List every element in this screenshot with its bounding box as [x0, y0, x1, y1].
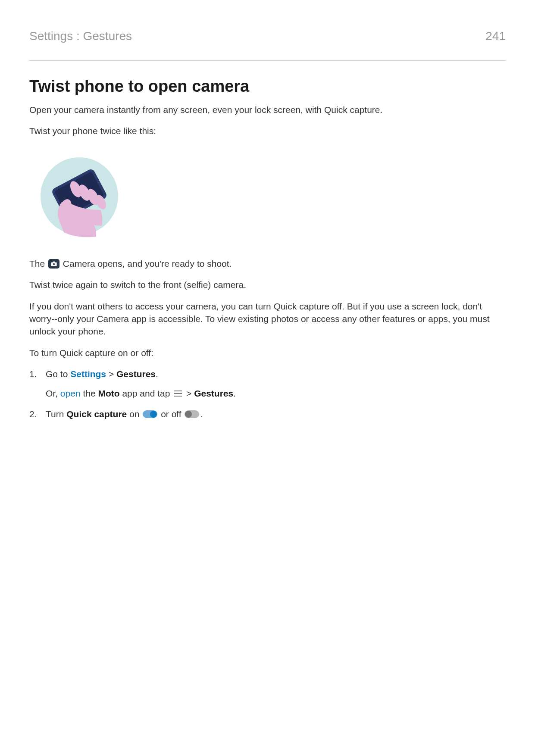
breadcrumb: Settings : Gestures: [29, 29, 132, 43]
camera-line-suffix: Camera opens, and you're ready to shoot.: [60, 259, 232, 269]
open-link[interactable]: open: [60, 388, 81, 398]
hamburger-menu-icon: [174, 390, 182, 397]
intro-paragraph: Open your camera instantly from any scre…: [29, 103, 506, 116]
page-header: Settings : Gestures 241: [29, 29, 506, 61]
step1-goto: Go to: [46, 369, 70, 379]
step1-period2: .: [233, 388, 236, 398]
camera-line-prefix: The: [29, 259, 47, 269]
toggle-off-icon: [185, 410, 199, 418]
step2-period: .: [200, 409, 203, 419]
settings-link[interactable]: Settings: [70, 369, 106, 379]
svg-point-9: [53, 263, 55, 265]
step1-or-mid2: app and tap: [120, 388, 173, 398]
gestures-label: Gestures: [116, 369, 156, 379]
switch-selfie-paragraph: Twist twice again to switch to the front…: [29, 278, 506, 291]
twist-instruction: Twist your phone twice like this:: [29, 125, 506, 137]
page-title: Twist phone to open camera: [29, 77, 506, 96]
step1-or-sep: >: [184, 388, 194, 398]
step2-on-text: on: [127, 409, 142, 419]
to-turn-paragraph: To turn Quick capture on or off:: [29, 347, 506, 359]
step1-or-mid1: the: [81, 388, 98, 398]
step2-mid: or off: [158, 409, 184, 419]
gestures-label-2: Gestures: [194, 388, 233, 398]
toggle-on-icon: [143, 410, 157, 418]
step1-sep: >: [106, 369, 116, 379]
moto-app-label: Moto: [98, 388, 119, 398]
steps-list: Go to Settings > Gestures. Or, open the …: [29, 368, 506, 421]
step-2: Turn Quick capture on or off .: [29, 408, 506, 421]
step1-alternate: Or, open the Moto app and tap > Gestures…: [46, 387, 506, 400]
camera-opens-line: The Camera opens, and you're ready to sh…: [29, 257, 506, 270]
step1-period: .: [156, 369, 158, 379]
quick-capture-label: Quick capture: [66, 409, 127, 419]
step2-prefix: Turn: [46, 409, 66, 419]
access-paragraph: If you don't want others to access your …: [29, 300, 506, 338]
twist-phone-illustration: [29, 146, 506, 248]
camera-icon: [48, 259, 59, 269]
step-1: Go to Settings > Gestures. Or, open the …: [29, 368, 506, 400]
step1-or-prefix: Or,: [46, 388, 60, 398]
page-number: 241: [485, 29, 506, 43]
